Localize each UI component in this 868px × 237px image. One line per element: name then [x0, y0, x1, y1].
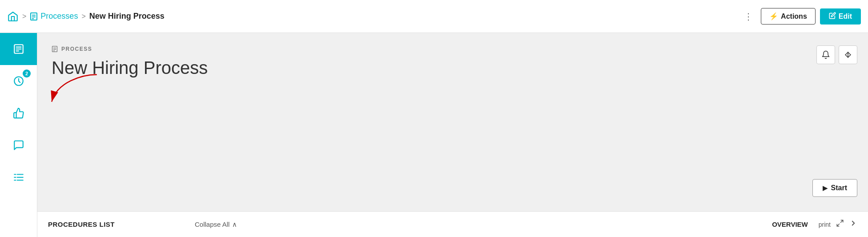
- sidebar-item-list[interactable]: [0, 161, 37, 193]
- sort-button[interactable]: [839, 45, 857, 64]
- home-icon[interactable]: [7, 11, 19, 22]
- top-nav: > Processes > New Hiring Process ⋮ ⚡ Act…: [0, 0, 868, 33]
- edit-button[interactable]: Edit: [820, 8, 861, 25]
- process-header: PROCESS New Hiring Process ▶ Start: [37, 33, 868, 211]
- sidebar-item-processes[interactable]: [0, 33, 37, 65]
- actions-button[interactable]: ⚡ Actions: [761, 8, 816, 25]
- collapse-all-label: Collapse All: [195, 221, 229, 228]
- annotation-arrow: [46, 69, 104, 113]
- processes-label: Processes: [40, 12, 78, 21]
- edit-icon: [829, 12, 836, 21]
- play-icon: ▶: [823, 184, 828, 192]
- breadcrumb-processes-link[interactable]: Processes: [30, 12, 78, 21]
- bolt-icon: ⚡: [769, 12, 778, 20]
- more-options-icon[interactable]: ⋮: [740, 9, 756, 24]
- overview-label: OVERVIEW: [772, 221, 808, 228]
- nav-actions: ⋮ ⚡ Actions Edit: [740, 8, 861, 25]
- current-page-label: New Hiring Process: [89, 12, 165, 21]
- clock-badge: 2: [23, 69, 31, 78]
- sidebar: 2: [0, 33, 37, 237]
- breadcrumb: > Processes > New Hiring Process: [7, 11, 740, 22]
- sidebar-item-clock[interactable]: 2: [0, 65, 37, 97]
- process-title: New Hiring Process: [52, 57, 854, 78]
- breadcrumb-separator-1: >: [22, 12, 26, 20]
- expand-icon[interactable]: [836, 219, 844, 229]
- process-label: PROCESS: [52, 45, 854, 53]
- svg-line-22: [837, 224, 839, 226]
- print-link[interactable]: print: [819, 221, 831, 228]
- chevron-right-icon[interactable]: [849, 219, 857, 229]
- process-header-actions: [816, 45, 857, 64]
- start-button[interactable]: ▶ Start: [812, 179, 857, 197]
- actions-label: Actions: [781, 12, 807, 20]
- collapse-icon: ∧: [232, 221, 237, 229]
- sidebar-item-comments[interactable]: [0, 129, 37, 161]
- bottom-right-actions: print: [819, 219, 857, 229]
- main-layout: 2: [0, 33, 868, 237]
- content-area: PROCESS New Hiring Process ▶ Start PROCE…: [37, 33, 868, 237]
- collapse-all-button[interactable]: Collapse All ∧: [195, 221, 237, 229]
- edit-label: Edit: [839, 12, 852, 20]
- sidebar-item-likes[interactable]: [0, 97, 37, 129]
- process-type-label: PROCESS: [61, 46, 92, 52]
- svg-line-21: [841, 220, 843, 222]
- breadcrumb-separator-2: >: [81, 12, 85, 20]
- procedures-list-label: PROCEDURES LIST: [48, 221, 115, 228]
- bell-button[interactable]: [816, 45, 835, 64]
- start-label: Start: [831, 184, 847, 192]
- bottom-bar: PROCEDURES LIST Collapse All ∧ OVERVIEW …: [37, 211, 868, 237]
